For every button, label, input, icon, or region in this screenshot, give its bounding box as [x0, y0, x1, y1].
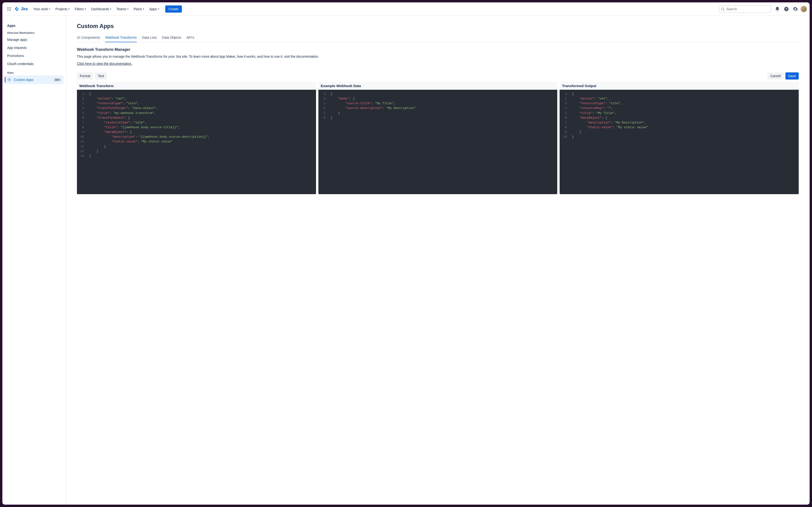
code-line: 7 "description": "My Description",	[560, 120, 799, 125]
save-button[interactable]: Save	[786, 72, 799, 79]
code-line: 1⌄ {	[318, 92, 557, 96]
app-switcher-icon[interactable]	[5, 5, 13, 13]
format-button[interactable]: Format	[77, 72, 93, 79]
avatar[interactable]	[801, 6, 807, 12]
doc-link[interactable]: Click here to view the documentation.	[77, 62, 132, 65]
fold-icon[interactable]: ⌄	[326, 92, 327, 96]
nav-items: Your work▾Projects▾Filters▾Dashboards▾Te…	[31, 6, 161, 12]
code-line: 4 "source-description": "My Description"	[318, 106, 557, 111]
nav-item-label: Dashboards	[91, 7, 109, 11]
top-nav: Jira Your work▾Projects▾Filters▾Dashboar…	[2, 2, 810, 16]
nav-item-label: Projects	[55, 7, 67, 11]
code-line: 5 }	[318, 111, 557, 116]
code-line: 13 }	[77, 149, 316, 154]
chevron-down-icon: ▾	[143, 8, 144, 10]
code-line: 3 "resourceType": "site",	[77, 101, 316, 106]
search-icon	[721, 7, 724, 11]
nav-item-your-work[interactable]: Your work▾	[31, 6, 52, 12]
tab-data-lists[interactable]: Data Lists	[142, 34, 157, 42]
editor-title: Example Webhook Data	[318, 82, 557, 90]
sidebar-item-label: Custom Apps	[14, 78, 34, 82]
tab-webhook-transforms[interactable]: Webhook Transforms	[105, 34, 137, 42]
code-line: 11 "static-value": "My static value"	[77, 139, 316, 144]
editor-example-data: Example Webhook Data 1⌄ {2⌄ "body": {3 "…	[318, 82, 557, 194]
code-line: 9⌄ "dataObject": {	[77, 130, 316, 134]
code-line: 8 "title": "{{webhook.body.source-title}…	[77, 125, 316, 130]
nav-item-dashboards[interactable]: Dashboards▾	[89, 6, 114, 12]
chevron-down-icon: ▾	[68, 8, 69, 10]
sidebar: Apps Atlassian Marketplace Manage appsAp…	[2, 16, 66, 505]
product-name: Jira	[21, 7, 28, 11]
code-editor-2[interactable]: 1⌄ {2⌄ "body": {3 "source-title": "My Ti…	[318, 90, 557, 194]
code-line: 5 "title": "my-webhook-transform",	[77, 111, 316, 116]
nav-item-filters[interactable]: Filters▾	[72, 6, 88, 12]
code-editor-1[interactable]: 1⌄ {2 "action": "set",3 "resourceType": …	[77, 90, 316, 194]
svg-point-3	[7, 8, 8, 9]
fold-icon[interactable]: ⌄	[85, 116, 86, 119]
nav-item-label: Plans	[134, 7, 142, 11]
code-line: 6 }	[318, 116, 557, 120]
nav-item-apps[interactable]: Apps▾	[147, 6, 161, 12]
fold-icon[interactable]: ⌄	[567, 92, 569, 96]
nav-item-label: Apps	[149, 7, 157, 11]
chevron-down-icon: ▾	[110, 8, 111, 10]
svg-point-12	[9, 79, 10, 80]
code-line: 2⌄ "body": {	[318, 96, 557, 101]
notifications-icon[interactable]	[773, 5, 781, 13]
code-line: 10 }	[560, 134, 799, 139]
code-line: 7 "resourceType": "site",	[77, 120, 316, 125]
code-line: 3 "source-title": "My Title",	[318, 101, 557, 106]
svg-point-7	[8, 10, 9, 11]
editor-title: Transformed Output	[560, 82, 799, 90]
sidebar-item-oauth-credentials[interactable]: OAuth credentials	[5, 60, 63, 68]
code-line: 2 "action": "set",	[77, 96, 316, 101]
editor-toolbar: Format Test Cancel Save	[77, 72, 799, 79]
svg-point-8	[10, 10, 11, 11]
search-input[interactable]	[719, 5, 771, 13]
fold-icon[interactable]: ⌄	[85, 130, 86, 134]
sidebar-item-promotions[interactable]: Promotions	[5, 52, 63, 60]
svg-point-2	[10, 7, 11, 8]
tab-ui-components[interactable]: UI Components	[77, 34, 100, 42]
sidebar-item-custom-apps[interactable]: Custom Apps DEV	[5, 75, 63, 84]
tab-data-objects[interactable]: Data Objects	[162, 34, 181, 42]
tabs: UI ComponentsWebhook TransformsData List…	[77, 34, 799, 42]
sidebar-item-manage-apps[interactable]: Manage apps	[5, 36, 63, 44]
tab-api-s[interactable]: API's	[186, 34, 194, 42]
code-line: 1⌄ {	[77, 92, 316, 96]
code-line: 8 "static-value": "My static value"	[560, 125, 799, 130]
svg-point-5	[10, 8, 11, 9]
dev-badge: DEV	[54, 78, 61, 82]
code-line: 1⌄ {	[560, 92, 799, 96]
editor-grid: Webhook Transform 1⌄ {2 "action": "set",…	[77, 82, 799, 194]
code-line: 5 "title": "My Title",	[560, 111, 799, 116]
search-field[interactable]	[726, 7, 769, 11]
fold-icon[interactable]: ⌄	[85, 92, 86, 96]
nav-item-teams[interactable]: Teams▾	[114, 6, 130, 12]
help-icon[interactable]: ?	[782, 5, 790, 13]
settings-icon[interactable]	[792, 5, 799, 13]
sidebar-item-app-requests[interactable]: App requests	[5, 44, 63, 52]
code-line: 14 }	[77, 154, 316, 159]
fold-icon[interactable]: ⌄	[567, 116, 569, 119]
nav-item-projects[interactable]: Projects▾	[53, 6, 72, 12]
nav-item-plans[interactable]: Plans▾	[131, 6, 147, 12]
editor-webhook-transform: Webhook Transform 1⌄ {2 "action": "set",…	[77, 82, 316, 194]
create-button[interactable]: Create	[165, 5, 182, 13]
chevron-down-icon: ▾	[49, 8, 50, 10]
chevron-down-icon: ▾	[85, 8, 86, 10]
sidebar-section-apps: Apps	[7, 71, 61, 74]
svg-text:?: ?	[786, 7, 787, 11]
cancel-button[interactable]: Cancel	[767, 72, 783, 79]
jira-logo[interactable]: Jira	[14, 6, 28, 12]
app-window: Jira Your work▾Projects▾Filters▾Dashboar…	[2, 2, 810, 505]
svg-point-6	[7, 10, 8, 11]
code-line: 10 "description": "{{webhook.body.source…	[77, 134, 316, 139]
test-button[interactable]: Test	[95, 72, 107, 79]
fold-icon[interactable]: ⌄	[326, 97, 327, 100]
chevron-down-icon: ▾	[158, 8, 159, 10]
sidebar-section-marketplace: Atlassian Marketplace	[7, 31, 61, 34]
code-line: 2 "action": "set",	[560, 96, 799, 101]
code-line: 9 }	[560, 130, 799, 134]
svg-point-4	[8, 8, 9, 9]
